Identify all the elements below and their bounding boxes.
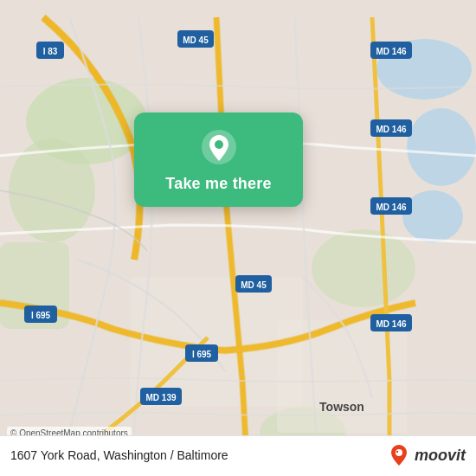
svg-point-33 xyxy=(396,449,402,456)
moovit-logo: moovit xyxy=(387,443,466,467)
moovit-pin-icon xyxy=(387,443,411,467)
svg-text:MD 146: MD 146 xyxy=(376,203,406,212)
svg-point-34 xyxy=(396,451,398,453)
svg-point-6 xyxy=(312,229,415,307)
svg-text:I 695: I 695 xyxy=(192,350,212,359)
svg-text:MD 139: MD 139 xyxy=(145,393,176,402)
location-pin-icon xyxy=(200,128,238,166)
svg-point-32 xyxy=(215,140,223,149)
address-text: 1607 York Road, Washington / Baltimore xyxy=(10,448,228,462)
popup-card[interactable]: Take me there xyxy=(134,113,303,207)
svg-point-2 xyxy=(402,190,463,242)
svg-text:MD 146: MD 146 xyxy=(376,125,406,134)
svg-point-1 xyxy=(407,108,476,186)
svg-text:Towson: Towson xyxy=(319,400,364,414)
map-container: I 83 MD 45 MD 146 MD 146 MD 146 MD 146 I… xyxy=(0,0,476,476)
moovit-wordmark: moovit xyxy=(415,447,466,465)
svg-text:I 83: I 83 xyxy=(43,47,58,56)
svg-text:MD 146: MD 146 xyxy=(376,319,406,329)
svg-text:MD 45: MD 45 xyxy=(241,280,267,290)
svg-text:I 695: I 695 xyxy=(31,311,51,320)
take-me-there-button[interactable]: Take me there xyxy=(165,175,271,193)
svg-text:MD 146: MD 146 xyxy=(376,47,406,56)
svg-text:MD 45: MD 45 xyxy=(183,35,209,45)
bottom-bar: 1607 York Road, Washington / Baltimore m… xyxy=(0,435,476,476)
map-svg: I 83 MD 45 MD 146 MD 146 MD 146 MD 146 I… xyxy=(0,0,476,476)
